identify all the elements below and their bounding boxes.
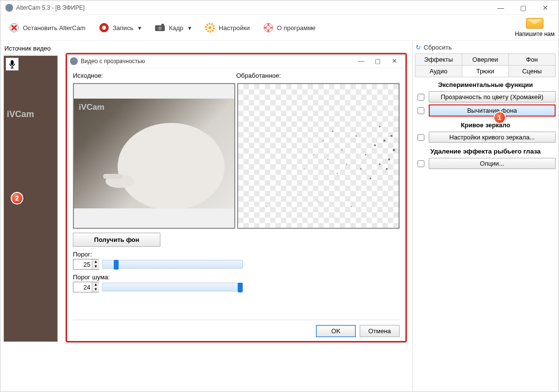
tab-overlays[interactable]: Оверлеи (462, 53, 509, 66)
svg-point-36 (266, 206, 267, 207)
close-button[interactable]: ✕ (534, 0, 557, 15)
threshold-input[interactable] (73, 259, 92, 269)
svg-point-28 (314, 154, 314, 155)
svg-point-23 (384, 140, 385, 142)
section-mirror: Кривое зеркало (416, 118, 556, 131)
svg-point-37 (290, 211, 290, 211)
spin-down-icon[interactable]: ▼ (92, 264, 99, 269)
write-us-button[interactable]: Напишите нам (515, 18, 555, 37)
right-panel: ↻ Сбросить Эффекты Оверлеи Фон Аудио Трю… (412, 41, 559, 392)
svg-point-13 (118, 123, 225, 208)
main-window: AlterCam 5.3 - [В ЭФИРЕ] — ▢ ✕ Остановит… (0, 0, 559, 392)
dialog-body: Исходное: Обработанное: iVCam (67, 68, 405, 341)
stop-icon (8, 22, 20, 34)
stop-label: Остановить AlterCam (23, 24, 86, 32)
microphone-button[interactable] (6, 58, 18, 70)
minimize-button[interactable]: — (489, 0, 512, 15)
svg-point-24 (388, 158, 390, 160)
record-button[interactable]: Запись ▾ (94, 20, 146, 35)
about-label: О программе (277, 24, 316, 32)
frame-button[interactable]: Кадр ▾ (150, 20, 195, 35)
svg-point-29 (304, 169, 305, 170)
svg-point-16 (323, 140, 324, 141)
bg-subtract-button[interactable]: Вычитание фона (429, 104, 556, 117)
settings-label: Настройки (219, 24, 250, 32)
svg-point-9 (209, 26, 211, 29)
svg-rect-7 (161, 24, 164, 26)
tab-tricks[interactable]: Трюки (462, 65, 509, 77)
spin-up-icon[interactable]: ▲ (92, 282, 99, 287)
noise-spinner[interactable]: ▲▼ (73, 282, 99, 292)
annotation-badge-2: 2 (11, 192, 23, 205)
svg-point-33 (390, 135, 392, 137)
fisheye-options-button[interactable]: Опции... (429, 158, 556, 169)
svg-point-38 (318, 202, 319, 203)
tab-scenes[interactable]: Сцены (508, 65, 556, 77)
threshold-slider[interactable] (102, 260, 243, 269)
svg-point-35 (337, 173, 338, 174)
cancel-button[interactable]: Отмена (360, 325, 400, 337)
noise-threshold-label: Порог шума: (73, 273, 400, 281)
chromakey-button[interactable]: Прозрачность по цвету (Хромакей) (429, 91, 556, 102)
dropdown-icon: ▾ (138, 24, 141, 32)
svg-rect-15 (103, 174, 122, 179)
lifebuoy-icon (262, 22, 274, 34)
app-icon (5, 4, 13, 12)
processed-preview (237, 83, 400, 229)
stop-altercam-button[interactable]: Остановить AlterCam (4, 20, 89, 35)
tab-bg[interactable]: Фон (508, 53, 556, 66)
frame-label: Кадр (169, 24, 183, 32)
maximize-button[interactable]: ▢ (512, 0, 534, 15)
write-us-label: Напишите нам (515, 31, 555, 37)
ivcam-watermark: iVCam (7, 109, 34, 119)
svg-point-32 (393, 149, 395, 151)
svg-point-18 (342, 150, 343, 151)
threshold-spinner[interactable]: ▲▼ (73, 259, 99, 270)
dialog-title: Видео с прозрачностью (81, 58, 353, 65)
section-experimental: Экспериментальные функции (416, 77, 556, 90)
dialog-minimize-button[interactable]: — (353, 57, 369, 65)
noise-overlay (238, 84, 399, 225)
svg-point-19 (355, 136, 357, 137)
about-button[interactable]: О программе (259, 20, 320, 35)
reset-button[interactable]: ↻ Сбросить (416, 43, 556, 54)
svg-point-31 (379, 126, 381, 127)
noise-slider[interactable] (102, 283, 243, 291)
svg-point-26 (346, 164, 347, 165)
titlebar: AlterCam 5.3 - [В ЭФИРЕ] — ▢ ✕ (0, 0, 559, 15)
section-fisheye: Удаление эффекта рыбьего глаза (416, 144, 556, 157)
spin-up-icon[interactable]: ▲ (92, 259, 99, 264)
processed-label: Обработанное: (236, 72, 400, 79)
tabs: Эффекты Оверлеи Фон Аудио Трюки Сцены (416, 54, 556, 77)
mirror-options-button[interactable]: Настройки кривого зеркала... (429, 132, 556, 143)
svg-point-20 (365, 154, 367, 155)
dialog-close-button[interactable]: ✕ (386, 57, 402, 65)
svg-point-22 (379, 163, 380, 165)
tab-effects[interactable]: Эффекты (415, 53, 462, 66)
record-icon (98, 22, 110, 34)
dialog-maximize-button[interactable]: ▢ (369, 57, 386, 65)
svg-point-25 (360, 168, 362, 170)
fisheye-checkbox[interactable] (418, 160, 424, 167)
svg-point-4 (102, 26, 106, 30)
get-background-button[interactable]: Получить фон (73, 233, 160, 247)
record-label: Запись (113, 24, 134, 32)
ok-button[interactable]: OK (316, 325, 356, 337)
svg-rect-12 (11, 60, 14, 65)
mirror-checkbox[interactable] (418, 134, 424, 141)
dialog-icon (70, 57, 78, 65)
dropdown-icon: ▾ (188, 24, 192, 32)
noise-input[interactable] (73, 282, 92, 292)
bg-subtract-checkbox[interactable] (418, 107, 424, 114)
reset-label: Сбросить (424, 44, 452, 51)
settings-button[interactable]: Настройки (200, 20, 254, 35)
source-preview: iVCam (73, 83, 235, 229)
main-preview: iVCam 2 (3, 55, 58, 342)
toolbar: Остановить AlterCam Запись ▾ Кадр ▾ Наст… (0, 15, 559, 41)
svg-point-30 (369, 178, 371, 179)
tab-audio[interactable]: Аудио (415, 65, 462, 77)
window-buttons: — ▢ ✕ (489, 0, 557, 15)
spin-down-icon[interactable]: ▼ (92, 287, 99, 292)
chromakey-checkbox[interactable] (418, 94, 424, 101)
svg-point-6 (158, 26, 162, 30)
